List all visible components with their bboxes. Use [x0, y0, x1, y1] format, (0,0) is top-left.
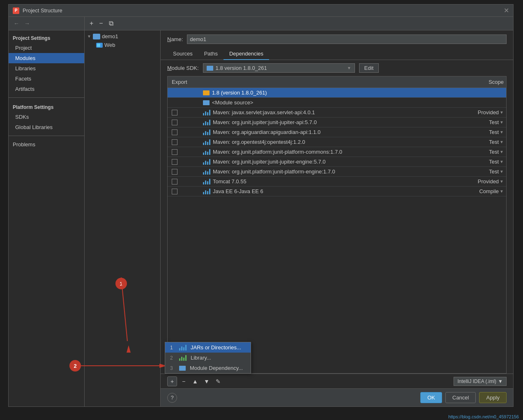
dep-checkbox-6[interactable] [172, 149, 177, 155]
add-dependency-button[interactable]: + [167, 376, 177, 386]
dep-name-4: Maven: org.apiguardian:apiguardian-api:1… [200, 128, 465, 136]
sidebar-item-modules[interactable]: Modules [9, 53, 84, 63]
dep-checkbox-8[interactable] [172, 169, 177, 175]
scope-arrow-6: ▼ [500, 150, 504, 154]
move-up-button[interactable]: ▲ [190, 376, 200, 386]
dep-scope-7[interactable]: Test▼ [465, 158, 506, 166]
sidebar-item-global-libraries[interactable]: Global Libraries [9, 122, 84, 132]
name-row: Name: [161, 30, 513, 48]
copy-toolbar-button[interactable]: ⧉ [107, 19, 115, 28]
sidebar-item-facets[interactable]: Facets [9, 74, 84, 84]
dep-row-4[interactable]: Maven: org.apiguardian:apiguardian-api:1… [168, 127, 506, 137]
dep-checkbox-cell-7[interactable] [168, 158, 200, 166]
back-button[interactable]: ← [12, 19, 21, 28]
module-tree: ▼ demo1 Web [85, 30, 161, 406]
dep-checkbox-4[interactable] [172, 129, 177, 135]
dep-scope-5[interactable]: Test▼ [465, 138, 506, 146]
tab-dependencies[interactable]: Dependencies [223, 48, 269, 60]
menu-item-jars[interactable]: 1 JARs or Directories... [165, 342, 251, 353]
menu-label-jars: JARs or Directories... [191, 344, 241, 351]
dep-name-7: Maven: org.junit.jupiter:junit-jupiter-e… [200, 158, 465, 166]
cancel-button[interactable]: Cancel [445, 392, 476, 403]
dep-row-5[interactable]: Maven: org.opentest4j:opentest4j:1.2.0 T… [168, 137, 506, 147]
menu-item-module-dep[interactable]: 3 Module Dependency... [165, 363, 251, 373]
library-icon-9 [203, 179, 210, 185]
dep-checkbox-3[interactable] [172, 120, 177, 125]
dep-row-2[interactable]: Maven: javax.servlet:javax.servlet-api:4… [168, 108, 506, 118]
remove-dependency-button[interactable]: − [179, 376, 189, 386]
dep-row-9[interactable]: Tomcat 7.0.55 Provided▼ [168, 177, 506, 187]
dep-checkbox-cell-2[interactable] [168, 109, 200, 116]
dep-row-10[interactable]: Java EE 6-Java EE 6 Compile▼ [168, 187, 506, 196]
dep-checkbox-cell-4[interactable] [168, 129, 200, 136]
menu-num-3: 3 [170, 365, 176, 371]
tree-item-web-label: Web [104, 42, 115, 48]
tab-paths[interactable]: Paths [198, 48, 223, 60]
help-button[interactable]: ? [167, 393, 177, 403]
dep-checkbox-10[interactable] [172, 189, 177, 194]
tab-sources[interactable]: Sources [167, 48, 198, 60]
tree-item-web[interactable]: Web [85, 41, 160, 49]
header-scope: Scope [465, 78, 506, 86]
module-dep-icon [179, 366, 186, 371]
remove-toolbar-button[interactable]: − [97, 19, 104, 28]
dependencies-table: Export Scope 1.8 (version 1.8.0_261) [167, 76, 507, 374]
dep-checkbox-cell-5[interactable] [168, 138, 200, 146]
sidebar-item-sdks[interactable]: SDKs [9, 112, 84, 122]
name-input[interactable] [187, 35, 507, 44]
dep-scope-3[interactable]: Test▼ [465, 118, 506, 126]
dep-checkbox-5[interactable] [172, 139, 177, 145]
dep-checkbox-cell-6[interactable] [168, 148, 200, 156]
dep-scope-4[interactable]: Test▼ [465, 128, 506, 136]
main-content: Project Settings Project Modules Librari… [9, 30, 513, 406]
ok-button[interactable]: OK [420, 392, 442, 403]
edit-sdk-button[interactable]: Edit [359, 63, 379, 73]
jdk-icon [203, 90, 210, 95]
dep-scope-9[interactable]: Provided▼ [465, 178, 506, 185]
scope-arrow-5: ▼ [500, 140, 504, 144]
sidebar-item-libraries[interactable]: Libraries [9, 63, 84, 74]
close-button[interactable]: ✕ [504, 7, 509, 14]
dep-row-8[interactable]: Maven: org.junit.platform:junit-platform… [168, 167, 506, 177]
dep-checkbox-cell-3[interactable] [168, 119, 200, 126]
dep-row-7[interactable]: Maven: org.junit.jupiter:junit-jupiter-e… [168, 157, 506, 167]
forward-button[interactable]: → [23, 19, 32, 28]
jars-icon [179, 345, 187, 351]
library-icon-3 [203, 120, 210, 125]
library-icon-2 [203, 110, 210, 115]
dep-name-2: Maven: javax.servlet:javax.servlet-api:4… [200, 108, 465, 116]
tree-item-demo1[interactable]: ▼ demo1 [85, 32, 160, 41]
menu-item-library[interactable]: 2 Library... [165, 353, 251, 363]
dep-name-6: Maven: org.junit.platform:junit-platform… [200, 148, 465, 156]
dep-checkbox-7[interactable] [172, 159, 177, 165]
scope-arrow-8: ▼ [500, 169, 504, 174]
dep-checkbox-cell-9[interactable] [168, 178, 200, 185]
dep-checkbox-9[interactable] [172, 179, 177, 185]
dep-checkbox-cell-8[interactable] [168, 168, 200, 175]
sidebar-item-artifacts[interactable]: Artifacts [9, 84, 84, 94]
sidebar-item-problems[interactable]: Problems [9, 139, 84, 150]
library-icon-6 [203, 149, 210, 155]
add-toolbar-button[interactable]: + [88, 19, 95, 28]
dep-scope-8[interactable]: Test▼ [465, 168, 506, 175]
dep-scope-6[interactable]: Test▼ [465, 148, 506, 156]
menu-label-module-dep: Module Dependency... [190, 365, 243, 371]
scope-arrow-4: ▼ [500, 130, 504, 134]
sdk-dropdown[interactable]: 1.8 version 1.8.0_261 ▼ [203, 63, 355, 73]
dep-checkbox-cell-10[interactable] [168, 188, 200, 195]
dep-checkbox-cell-0 [168, 92, 200, 94]
dep-row-3[interactable]: Maven: org.junit.jupiter:junit-jupiter-a… [168, 118, 506, 127]
dep-row-1[interactable]: <Module source> [168, 98, 506, 108]
apply-button[interactable]: Apply [479, 392, 507, 403]
dep-scope-10[interactable]: Compile▼ [465, 187, 506, 195]
sidebar-item-project[interactable]: Project [9, 43, 84, 53]
move-down-button[interactable]: ▼ [202, 376, 212, 386]
header-name [200, 78, 465, 86]
dep-checkbox-2[interactable] [172, 110, 177, 115]
name-label: Name: [167, 36, 183, 42]
dep-row-0[interactable]: 1.8 (version 1.8.0_261) [168, 88, 506, 98]
edit-dependency-button[interactable]: ✎ [213, 376, 223, 386]
dep-scope-2[interactable]: Provided▼ [465, 108, 506, 116]
dep-row-6[interactable]: Maven: org.junit.platform:junit-platform… [168, 147, 506, 157]
format-dropdown[interactable]: IntelliJ IDEA (.iml) ▼ [454, 377, 507, 386]
